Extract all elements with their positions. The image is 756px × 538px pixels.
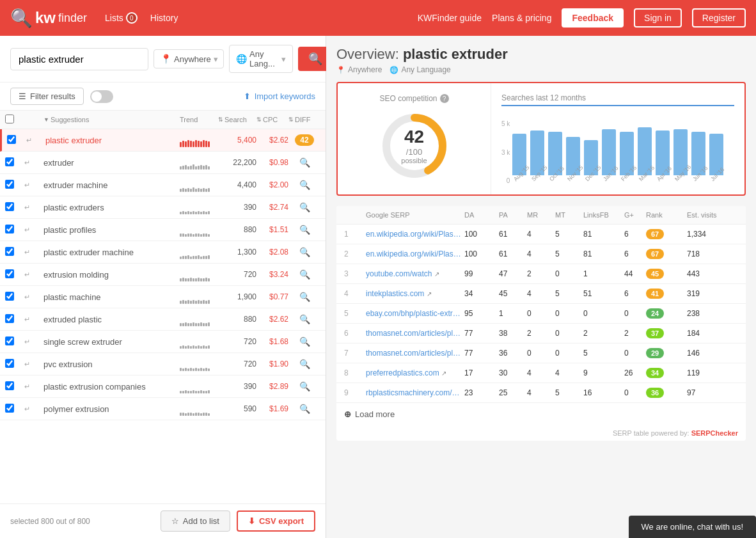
row-checkbox-cell[interactable] [5,247,24,258]
search-kw-icon[interactable]: 🔍 [299,225,310,235]
keyword-name[interactable]: extrusion molding [43,270,180,280]
search-kw-icon[interactable]: 🔍 [299,292,310,302]
load-more-button[interactable]: ⊕ Load more [336,403,746,425]
row-checkbox-cell[interactable] [5,292,24,303]
row-checkbox[interactable] [5,314,14,323]
serp-url[interactable]: youtube.com/watch ↗ [366,269,462,278]
search-kw-icon[interactable]: 🔍 [299,202,310,212]
row-checkbox[interactable] [5,381,14,390]
keyword-name[interactable]: single screw extruder [43,337,180,347]
keyword-name[interactable]: plastic extrusion companies [43,382,180,392]
serp-mr: 4 [527,368,553,377]
row-checkbox[interactable] [5,269,14,278]
search-kw-icon[interactable]: 🔍 [299,247,310,257]
search-input[interactable] [10,48,148,70]
serp-url[interactable]: en.wikipedia.org/wiki/Plastics_ext... ↗ [366,249,462,258]
keyword-name[interactable]: extruded plastic [43,315,180,324]
nav-history[interactable]: History [150,13,178,23]
col-diff[interactable]: ⇅ DIFF [288,116,320,123]
search-kw-icon[interactable]: 🔍 [299,336,310,347]
serp-url[interactable]: en.wikipedia.org/wiki/Plastics_ext... ↗ [366,230,462,239]
serp-row: 4 intekplastics.com ↗ 34 45 4 5 51 6 41 … [336,284,746,304]
row-arrow: ↵ [24,248,43,257]
serp-header: Google SERPDAPAMRMTLinksFBG+RankEst. vis… [336,206,746,225]
serp-mt: 4 [555,368,581,377]
row-checkbox-cell[interactable] [5,202,24,213]
row-checkbox-cell[interactable] [7,135,26,146]
import-keywords-button[interactable]: ⬆ Import keywords [244,91,315,101]
keyword-name[interactable]: polymer extrusion [43,404,180,414]
serp-url[interactable]: thomasnet.com/articles/plastics-... ↗ [366,329,462,338]
csv-export-button[interactable]: ⬇ CSV export [237,510,315,532]
filter-results-button[interactable]: ☰ Filter results [10,88,84,105]
row-checkbox-cell[interactable] [5,381,24,392]
chat-widget[interactable]: We are online, chat with us! [629,516,756,538]
col-cpc[interactable]: ⇅ CPC [256,116,288,123]
serp-url[interactable]: intekplastics.com ↗ [366,289,462,298]
keyword-name[interactable]: pvc extrusion [43,360,180,369]
keyword-row: ↵ extrusion molding 720 $3.24 🔍 [0,264,326,286]
nav-lists[interactable]: Lists 0 [105,12,138,24]
feedback-button[interactable]: Feedback [562,8,624,28]
header-select-all[interactable] [5,115,24,125]
keyword-name[interactable]: plastic machine [43,292,180,302]
sort-cpc-icon: ⇅ [256,116,262,123]
filter-icon: ☰ [19,91,26,101]
row-checkbox[interactable] [5,404,14,413]
search-kw-icon[interactable]: 🔍 [299,157,310,168]
keyword-name[interactable]: extruder machine [43,180,180,190]
row-checkbox-cell[interactable] [5,269,24,280]
serp-visits: 146 [687,349,738,358]
row-checkbox[interactable] [5,336,14,345]
search-kw-icon[interactable]: 🔍 [299,381,310,392]
row-checkbox-cell[interactable] [5,404,24,415]
search-kw-icon[interactable]: 🔍 [299,269,310,280]
nav-kwfinder-guide[interactable]: KWFinder guide [418,13,482,23]
row-checkbox-cell[interactable] [5,359,24,370]
signin-button[interactable]: Sign in [634,8,682,28]
chart-title: Searches last 12 months [501,93,734,106]
keyword-name[interactable]: plastic extruder machine [43,248,180,257]
logo[interactable]: 🔍 kwfinder [10,8,87,29]
row-checkbox-cell[interactable] [5,314,24,325]
serp-da: 34 [464,289,496,298]
keyword-name[interactable]: plastic extruder [45,136,180,145]
col-suggestions[interactable]: ▼ Suggestions [43,116,180,123]
serp-url[interactable]: thomasnet.com/articles/plastics-... ↗ [366,349,462,358]
row-checkbox-cell[interactable] [5,336,24,347]
row-checkbox-cell[interactable] [5,180,24,191]
row-checkbox[interactable] [7,135,16,144]
filter-toggle[interactable] [90,90,113,103]
serp-url[interactable]: ebay.com/bhp/plastic-extruder ↗ [366,309,462,318]
row-checkbox[interactable] [5,359,14,368]
col-search[interactable]: ⇅ Search [218,116,256,123]
row-checkbox[interactable] [5,180,14,189]
row-checkbox[interactable] [5,157,14,166]
keyword-row: ↵ polymer extrusion 590 $1.69 🔍 [0,398,326,420]
serp-url[interactable]: preferredplastics.com ↗ [366,368,462,377]
row-checkbox-cell[interactable] [5,225,24,235]
keyword-name[interactable]: extruder [43,158,180,168]
keyword-name[interactable]: plastic extruders [43,203,180,212]
row-checkbox[interactable] [5,202,14,211]
add-to-list-button[interactable]: ☆ Add to list [161,510,230,532]
search-kw-icon[interactable]: 🔍 [299,404,310,414]
search-kw-icon[interactable]: 🔍 [299,314,310,324]
serp-url[interactable]: rbplasticsmachinery.com/plastics... ↗ [366,388,462,397]
col-trend[interactable]: Trend [180,116,218,123]
select-all-checkbox[interactable] [5,115,14,123]
row-checkbox[interactable] [5,292,14,301]
serp-rank-num: 3 [344,269,363,278]
search-volume: 720 [218,360,256,368]
keyword-name[interactable]: plastic profiles [43,225,180,235]
location-select[interactable]: 📍 Anywhere ▾ [154,49,224,68]
serp-linksfb: 0 [583,309,622,318]
row-checkbox-cell[interactable] [5,157,24,168]
search-kw-icon[interactable]: 🔍 [299,359,310,369]
register-button[interactable]: Register [692,8,746,28]
row-checkbox[interactable] [5,247,14,256]
nav-plans-pricing[interactable]: Plans & pricing [492,13,551,23]
row-checkbox[interactable] [5,225,14,233]
search-kw-icon[interactable]: 🔍 [299,180,310,190]
language-select[interactable]: 🌐 Any Lang... ▾ [229,45,293,73]
